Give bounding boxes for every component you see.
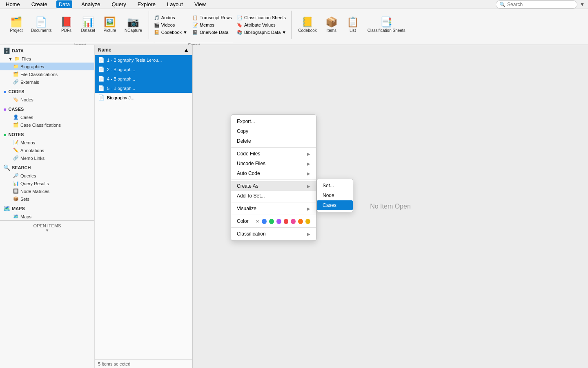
codebook-export-label: Codebook <box>298 28 317 33</box>
sidebar-case-classifications[interactable]: 🗂️ Case Classifications <box>0 121 94 129</box>
menu-layout[interactable]: Layout <box>165 0 185 8</box>
search-input[interactable] <box>507 2 572 7</box>
memos-icon: 📝 <box>13 140 19 145</box>
submenu-set[interactable]: Set... <box>317 181 353 191</box>
pdfs-icon: 📕 <box>60 17 73 27</box>
list-export-icon: 📋 <box>347 17 359 27</box>
sidebar-queries[interactable]: 🔎 Queries <box>0 172 94 180</box>
color-blue[interactable] <box>262 219 267 224</box>
toolbar-audios-btn[interactable]: 🎵 Audios <box>152 14 189 21</box>
menu-data[interactable]: Data <box>56 0 72 8</box>
query-results-icon: 📊 <box>13 181 19 186</box>
notes-header-icon: ● <box>3 131 7 138</box>
toolbar-onenote-btn[interactable]: 📓 OneNote Data <box>191 29 234 36</box>
ctx-add-to-set[interactable]: Add To Set... <box>231 191 316 201</box>
sidebar: 🗄️ DATA ▼ 📁 Files 📁 Biographies 🗂️ File … <box>0 45 95 368</box>
submenu-cases[interactable]: Cases <box>317 200 353 210</box>
toolbar-memos-import-btn[interactable]: 📝 Memos <box>191 22 234 29</box>
search-header-icon: 🔍 <box>3 164 10 171</box>
toolbar-codebook-btn[interactable]: 📔 Codebook ▼ <box>152 29 189 36</box>
toolbar-documents-btn[interactable]: 📄 Documents <box>28 16 55 34</box>
file-icon: 📄 <box>98 94 105 101</box>
sidebar-externals[interactable]: 🔗 Externals <box>0 78 94 86</box>
file-panel-sort-icon[interactable]: ▲ <box>183 47 189 53</box>
toolbar-videos-btn[interactable]: 🎬 Videos <box>152 22 189 29</box>
toolbar-list-export-btn[interactable]: 📋 List <box>343 16 363 34</box>
codebook-export-icon: 📒 <box>301 17 314 27</box>
search-box: 🔍 <box>496 0 577 9</box>
maps-header-icon: 🗺️ <box>3 205 10 212</box>
toolbar-attribute-values-btn[interactable]: 🔖 Attribute Values <box>235 22 288 29</box>
toolbar-pdfs-btn[interactable]: 📕 PDFs <box>57 16 76 34</box>
toolbar-picture-btn[interactable]: 🖼️ Picture <box>100 16 120 34</box>
color-purple[interactable] <box>276 219 281 224</box>
search-dropdown-icon[interactable]: ▼ <box>580 2 585 7</box>
menu-bar: Home Create Data Analyze Query Explore L… <box>0 0 588 9</box>
menu-home[interactable]: Home <box>3 0 22 8</box>
menu-explore[interactable]: Explore <box>135 0 158 8</box>
sidebar-nodes[interactable]: 🏷️ Nodes <box>0 96 94 103</box>
sidebar-memo-links[interactable]: 🔗 Memo Links <box>0 154 94 162</box>
file-row[interactable]: 📄 5 - Biograph... <box>95 83 192 93</box>
biographies-icon: 📁 <box>13 64 19 69</box>
ctx-delete[interactable]: Delete <box>231 136 316 146</box>
toolbar-items-export-btn[interactable]: 📦 Items <box>322 16 341 34</box>
files-icon: 📁 <box>14 56 20 61</box>
color-none[interactable]: ✕ <box>256 219 259 224</box>
ctx-auto-code-arrow: ▶ <box>307 171 310 176</box>
ctx-create-as[interactable]: Create As ▶ <box>231 181 316 191</box>
sidebar-memos[interactable]: 📝 Memos <box>0 139 94 146</box>
ctx-color-row: Color ✕ <box>231 216 316 226</box>
onenote-icon: 📓 <box>192 30 198 35</box>
sidebar-sets[interactable]: 📦 Sets <box>0 195 94 203</box>
toolbar-classification-export-btn[interactable]: 📑 Classification Sheets <box>364 16 409 34</box>
submenu-node[interactable]: Node <box>317 191 353 200</box>
toolbar-dataset-btn[interactable]: 📊 Dataset <box>78 16 98 34</box>
color-green[interactable] <box>269 219 274 224</box>
sidebar-query-results[interactable]: 📊 Query Results <box>0 180 94 187</box>
ctx-classification[interactable]: Classification ▶ <box>231 229 316 239</box>
submenu-create-as: Set... Node Cases <box>316 179 353 212</box>
sidebar-node-matrices[interactable]: 🔲 Node Matrices <box>0 187 94 195</box>
ctx-uncode-files[interactable]: Uncode Files ▶ <box>231 159 316 168</box>
sidebar-files[interactable]: ▼ 📁 Files <box>0 55 94 63</box>
search-icon: 🔍 <box>499 2 506 7</box>
externals-icon: 🔗 <box>13 79 19 85</box>
ctx-copy[interactable]: Copy <box>231 126 316 136</box>
sidebar-file-classifications[interactable]: 🗂️ File Classifications <box>0 70 94 78</box>
sidebar-annotations[interactable]: ✏️ Annotations <box>0 146 94 154</box>
dataset-icon: 📊 <box>82 17 94 27</box>
color-yellow[interactable] <box>305 219 310 224</box>
ctx-auto-code[interactable]: Auto Code ▶ <box>231 168 316 178</box>
toolbar-transcript-rows-btn[interactable]: 📋 Transcript Rows <box>191 14 234 21</box>
toolbar-project-btn[interactable]: 🗂️ Project <box>7 16 26 34</box>
sidebar-biographies[interactable]: 📁 Biographies <box>0 63 94 70</box>
sidebar-maps[interactable]: 🗺️ Maps <box>0 213 94 220</box>
sidebar-cases[interactable]: 👤 Cases <box>0 113 94 121</box>
main-area: 🗄️ DATA ▼ 📁 Files 📁 Biographies 🗂️ File … <box>0 45 588 368</box>
open-items-arrow[interactable]: ▼ <box>3 228 91 233</box>
menu-analyze[interactable]: Analyze <box>79 0 102 8</box>
project-label: Project <box>10 28 22 33</box>
color-pink[interactable] <box>291 219 296 224</box>
color-orange[interactable] <box>298 219 303 224</box>
dataset-label: Dataset <box>81 28 95 33</box>
ctx-visualize[interactable]: Visualize ▶ <box>231 204 316 213</box>
toolbar-classification-sheets-btn[interactable]: 📑 Classification Sheets <box>235 14 288 21</box>
queries-icon: 🔎 <box>13 173 19 178</box>
toolbar-ncapture-btn[interactable]: 📷 NCapture <box>121 16 145 34</box>
files-count: 5 items selected <box>95 359 192 368</box>
toolbar-bibliographic-btn[interactable]: 📚 Bibliographic Data ▼ <box>235 29 288 36</box>
ctx-code-files[interactable]: Code Files ▶ <box>231 149 316 159</box>
file-row[interactable]: 📄 4 - Biograph... <box>95 74 192 83</box>
file-row[interactable]: 📄 1 - Biography Tesla Lerou... <box>95 55 192 65</box>
toolbar-codebook-export-btn[interactable]: 📒 Codebook <box>295 16 320 34</box>
menu-query[interactable]: Query <box>109 0 128 8</box>
file-row[interactable]: 📄 Biography J... <box>95 93 192 102</box>
ctx-export[interactable]: Export... <box>231 117 316 126</box>
menu-create[interactable]: Create <box>29 0 50 8</box>
file-row[interactable]: 📄 2 - Biograph... <box>95 65 192 74</box>
menu-view[interactable]: View <box>192 0 208 8</box>
sidebar-search-header: 🔍 SEARCH <box>0 162 94 172</box>
color-red[interactable] <box>284 219 289 224</box>
